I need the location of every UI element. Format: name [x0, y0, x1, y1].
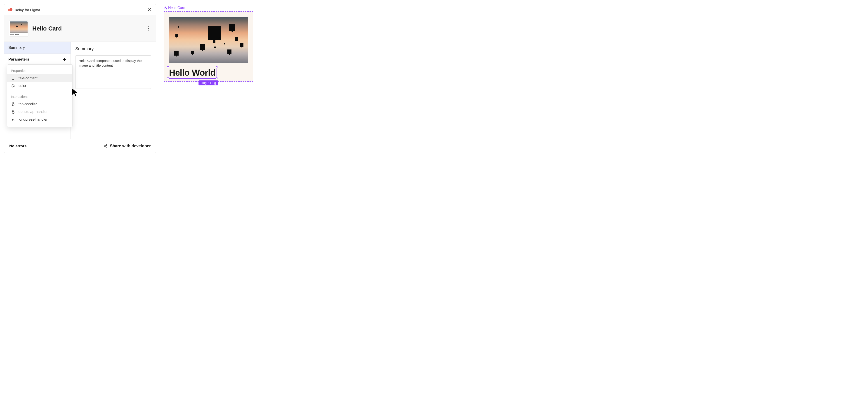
content-area: Summary — [71, 42, 156, 139]
more-menu-button[interactable] — [146, 26, 151, 31]
share-with-developer-button[interactable]: Share with developer — [103, 144, 151, 149]
panel-body: Summary Parameters Select a layer first … — [4, 42, 156, 139]
svg-point-3 — [104, 146, 105, 147]
figma-component-image — [169, 17, 248, 63]
selection-box — [168, 67, 217, 78]
tap-icon — [11, 118, 16, 122]
resize-handle-tl[interactable] — [167, 66, 169, 68]
plugin-title: Relay for Figma — [15, 8, 40, 12]
svg-point-4 — [106, 145, 107, 145]
status-text: No errors — [9, 144, 27, 149]
property-option-color[interactable]: color — [7, 82, 72, 90]
parameters-label: Parameters — [8, 57, 29, 62]
summary-textarea[interactable] — [75, 55, 151, 89]
thumbnail-image — [10, 22, 28, 33]
property-option-label: text-content — [19, 76, 37, 80]
figma-component-label-row: Hello Card — [164, 6, 253, 10]
interaction-option-doubletap[interactable]: doubletap-handler — [7, 108, 72, 116]
component-thumbnail: Hello World — [9, 20, 29, 37]
tap-icon — [11, 110, 16, 114]
parameters-row: Parameters — [4, 54, 70, 63]
add-parameter-button[interactable] — [62, 57, 67, 62]
resize-handle-tr[interactable] — [216, 66, 217, 68]
interaction-option-longpress[interactable]: longpress-handler — [7, 116, 72, 123]
paint-bucket-icon — [11, 84, 16, 88]
svg-rect-7 — [164, 8, 164, 9]
figma-text-layer[interactable]: Hello World — [169, 68, 215, 78]
svg-rect-8 — [166, 8, 167, 9]
content-heading: Summary — [75, 46, 151, 51]
svg-point-2 — [14, 87, 15, 87]
component-icon — [164, 6, 167, 9]
close-button[interactable] — [147, 7, 152, 12]
figma-component-label: Hello Card — [168, 6, 185, 10]
component-name: Hello Card — [32, 25, 62, 32]
interaction-option-label: longpress-handler — [19, 118, 48, 122]
plugin-panel: Relay for Figma Hello World Hello Card — [4, 4, 156, 153]
add-parameter-popover: Properties text-content color Interac — [7, 64, 72, 127]
interaction-option-tap[interactable]: tap-handler — [7, 100, 72, 108]
svg-rect-6 — [164, 6, 166, 8]
resize-handle-bl[interactable] — [167, 77, 169, 79]
property-option-text-content[interactable]: text-content — [7, 74, 72, 82]
svg-point-5 — [106, 147, 107, 148]
share-label: Share with developer — [110, 144, 151, 149]
component-header-left: Hello World Hello Card — [9, 20, 62, 37]
resize-handle-br[interactable] — [216, 77, 217, 79]
sidebar: Summary Parameters Select a layer first … — [4, 42, 71, 139]
thumbnail-label: Hello World — [10, 33, 28, 35]
component-header: Hello World Hello Card — [4, 15, 156, 42]
share-icon — [103, 144, 107, 148]
popover-interactions-label: Interactions — [7, 93, 72, 100]
text-icon — [11, 76, 16, 80]
interaction-option-label: doubletap-handler — [19, 110, 48, 114]
constraint-badge: Hug × Hug — [198, 81, 218, 86]
plugin-header-left: Relay for Figma — [8, 8, 40, 12]
interaction-option-label: tap-handler — [19, 102, 37, 106]
popover-properties-label: Properties — [7, 67, 72, 74]
property-option-label: color — [19, 84, 26, 88]
svg-point-1 — [10, 8, 12, 11]
close-icon — [148, 8, 151, 11]
plus-icon — [62, 57, 66, 61]
plugin-header: Relay for Figma — [4, 4, 156, 15]
relay-logo-icon — [8, 8, 13, 11]
figma-component: Hello Card — [164, 6, 253, 82]
svg-rect-9 — [164, 9, 166, 10]
figma-component-frame[interactable]: Hello World Hug × Hug — [164, 11, 253, 82]
panel-footer: No errors Share with developer — [4, 139, 156, 153]
tap-icon — [11, 102, 16, 106]
tab-summary[interactable]: Summary — [4, 42, 70, 54]
